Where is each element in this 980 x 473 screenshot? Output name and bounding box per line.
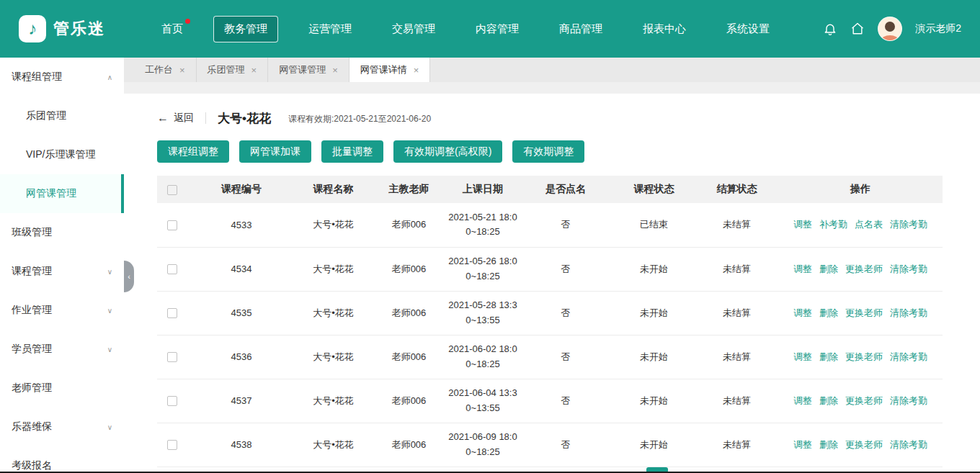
teacher-cell: 老师006 <box>371 379 447 423</box>
column-header-3: 上课日期 <box>447 176 519 203</box>
select-all-checkbox[interactable] <box>167 185 177 195</box>
operation-link[interactable]: 清除考勤 <box>890 439 927 450</box>
sidebar-item-2[interactable]: VIP/乐理课管理 <box>0 135 124 174</box>
row-checkbox[interactable] <box>167 264 177 274</box>
course-name-cell: 大号•花花 <box>295 291 371 335</box>
close-icon[interactable]: × <box>179 66 185 75</box>
operation-link[interactable]: 删除 <box>819 307 838 318</box>
operation-link[interactable]: 调整 <box>793 395 812 406</box>
nav-item-4[interactable]: 内容管理 <box>466 17 529 42</box>
nav-item-0[interactable]: 首页 <box>151 17 193 42</box>
tab-3[interactable]: 网管课详情× <box>349 58 431 82</box>
layout: 课程组管理∧乐团管理VIP/乐理课管理网管课管理班级管理课程管理∨作业管理∨学员… <box>0 58 980 473</box>
row-checkbox[interactable] <box>167 220 177 230</box>
operation-link[interactable]: 补考勤 <box>819 219 847 230</box>
close-icon[interactable]: × <box>251 66 257 75</box>
sidebar-item-1[interactable]: 乐团管理 <box>0 96 124 135</box>
sidebar-item-8[interactable]: 老师管理 <box>0 369 124 407</box>
row-select-cell <box>157 379 187 423</box>
operation-link[interactable]: 更换老师 <box>845 395 883 406</box>
sidebar-item-3[interactable]: 网管课管理 <box>0 174 124 213</box>
top-header: ♪ 管乐迷 首页教务管理运营管理交易管理内容管理商品管理报表中心系统设置 演示老… <box>0 0 980 58</box>
course-name-cell: 大号•花花 <box>295 423 371 467</box>
user-avatar[interactable] <box>878 17 902 41</box>
home-icon[interactable] <box>850 22 865 36</box>
app-logo[interactable]: ♪ 管乐迷 <box>19 15 105 42</box>
operation-link[interactable]: 调整 <box>793 307 812 318</box>
operation-link[interactable]: 删除 <box>819 263 838 274</box>
nav-item-1[interactable]: 教务管理 <box>213 16 278 42</box>
bell-icon[interactable] <box>823 22 837 36</box>
row-checkbox[interactable] <box>167 308 177 318</box>
tab-0[interactable]: 工作台× <box>134 58 197 82</box>
tab-1[interactable]: 乐团管理× <box>197 58 269 82</box>
sidebar-item-7[interactable]: 学员管理∨ <box>0 330 124 369</box>
header-divider <box>205 112 206 124</box>
operation-link[interactable]: 调整 <box>793 439 812 450</box>
operation-link[interactable]: 清除考勤 <box>890 395 927 406</box>
row-checkbox[interactable] <box>167 396 177 406</box>
nav-item-3[interactable]: 交易管理 <box>382 17 445 42</box>
nav-item-7[interactable]: 系统设置 <box>716 17 780 42</box>
back-label: 返回 <box>174 112 194 125</box>
course-name-cell: 大号•花花 <box>295 203 371 247</box>
select-all-cell <box>157 176 187 203</box>
sidebar-item-5[interactable]: 课程管理∨ <box>0 252 124 291</box>
operation-link[interactable]: 清除考勤 <box>890 307 927 318</box>
course-status-cell: 已结束 <box>612 203 695 247</box>
column-header-2: 主教老师 <box>371 176 447 203</box>
back-button[interactable]: ← 返回 <box>157 112 194 125</box>
sidebar-item-0[interactable]: 课程组管理∧ <box>0 58 124 96</box>
action-button-2[interactable]: 批量调整 <box>321 140 383 163</box>
class-date-cell: 2021-06-04 13:30~13:55 <box>447 379 519 423</box>
row-checkbox[interactable] <box>167 440 177 450</box>
operation-link[interactable]: 清除考勤 <box>890 219 927 230</box>
action-button-0[interactable]: 课程组调整 <box>157 140 229 163</box>
operation-link[interactable]: 更换老师 <box>845 307 883 318</box>
row-select-cell <box>157 247 187 291</box>
operation-link[interactable]: 调整 <box>793 351 812 362</box>
course-table: 课程编号课程名称主教老师上课日期是否点名课程状态结算状态操作 4533大号•花花… <box>157 176 943 467</box>
tab-2[interactable]: 网管课管理× <box>268 58 349 82</box>
settlement-cell: 未结算 <box>695 291 778 335</box>
operation-link[interactable]: 删除 <box>819 439 838 450</box>
operation-link[interactable]: 更换老师 <box>845 351 883 362</box>
tab-label: 工作台 <box>145 63 173 76</box>
operation-link[interactable]: 调整 <box>793 263 812 274</box>
close-icon[interactable]: × <box>414 66 419 75</box>
operation-link[interactable]: 删除 <box>819 351 838 362</box>
sidebar-item-4[interactable]: 班级管理 <box>0 213 124 252</box>
nav-item-label: 内容管理 <box>476 22 519 35</box>
nav-item-label: 运营管理 <box>308 22 352 35</box>
row-select-cell <box>157 423 187 467</box>
teacher-cell: 老师006 <box>371 247 447 291</box>
sidebar-item-10[interactable]: 考级报名 <box>0 446 124 473</box>
action-button-3[interactable]: 有效期调整(高权限) <box>393 140 502 163</box>
action-button-4[interactable]: 有效期调整 <box>512 140 584 163</box>
course-id-cell: 4536 <box>187 335 295 379</box>
main-area: 工作台×乐团管理×网管课管理×网管课详情× ← 返回 大号•花花 课程有效期:2… <box>124 58 980 473</box>
operation-link[interactable]: 清除考勤 <box>890 263 927 274</box>
operation-link[interactable]: 删除 <box>819 395 838 406</box>
nav-item-2[interactable]: 运营管理 <box>298 17 362 42</box>
nav-item-label: 首页 <box>161 22 183 35</box>
username[interactable]: 演示老师2 <box>915 22 961 35</box>
nav-item-6[interactable]: 报表中心 <box>633 17 696 42</box>
teacher-cell: 老师006 <box>371 335 447 379</box>
close-icon[interactable]: × <box>332 66 338 75</box>
operation-link[interactable]: 更换老师 <box>845 439 883 450</box>
sidebar-item-label: 课程管理 <box>12 265 52 278</box>
operation-link[interactable]: 调整 <box>793 219 812 230</box>
operation-link[interactable]: 点名表 <box>855 219 883 230</box>
course-title: 大号•花花 <box>218 110 271 127</box>
operation-link[interactable]: 更换老师 <box>845 263 883 274</box>
sidebar-item-6[interactable]: 作业管理∨ <box>0 291 124 330</box>
music-note-icon: ♪ <box>19 15 46 42</box>
action-button-1[interactable]: 网管课加课 <box>239 140 311 163</box>
nav-item-5[interactable]: 商品管理 <box>549 17 612 42</box>
chevron-down-icon: ∨ <box>107 423 112 431</box>
row-checkbox[interactable] <box>167 352 177 362</box>
sidebar-item-9[interactable]: 乐器维保∨ <box>0 407 124 446</box>
column-header-0: 课程编号 <box>187 176 295 203</box>
operation-link[interactable]: 清除考勤 <box>890 351 927 362</box>
